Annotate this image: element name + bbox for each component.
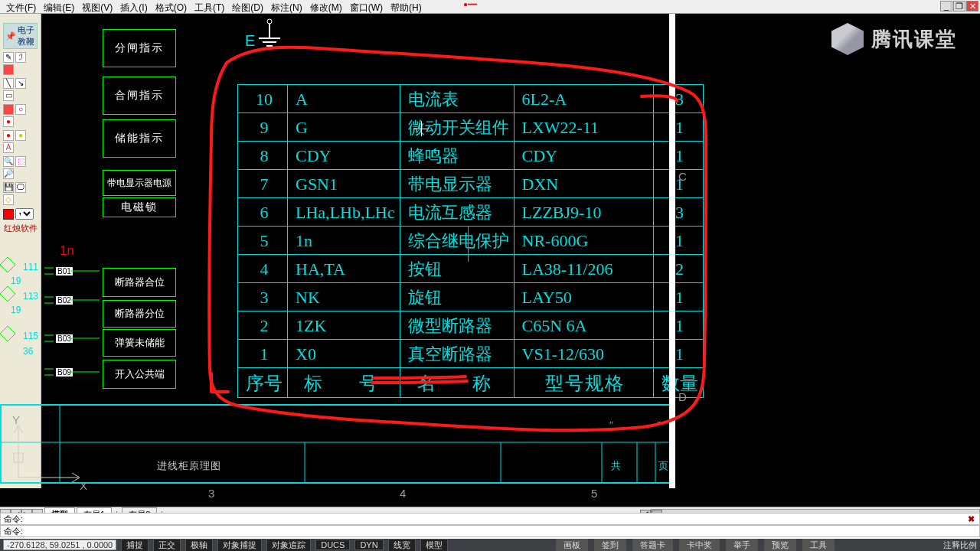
label-box-spring: 弹簧未储能 <box>103 329 176 357</box>
toggle-osnap[interactable]: 对象捕捉 <box>217 539 262 552</box>
toggle-lw[interactable]: 线宽 <box>388 539 416 552</box>
mid-tools[interactable]: 工具 <box>802 539 835 552</box>
cell-model: LAY50 <box>514 283 653 311</box>
status-annoscale[interactable]: 注释比例 <box>943 540 977 551</box>
mid-preview[interactable]: 预览 <box>764 539 796 552</box>
toggle-otrack[interactable]: 对象追踪 <box>266 539 311 552</box>
mid-raise[interactable]: 举手 <box>726 539 758 552</box>
zoom-rect-icon[interactable]: ⬚ <box>15 156 26 167</box>
search-icon[interactable]: 🔍 <box>3 156 14 167</box>
cell-qty: 1 <box>653 113 703 142</box>
menu-modify[interactable]: 修改(M) <box>307 1 345 12</box>
titleblock-caption: 进线柜原理图 <box>157 459 221 473</box>
mid-prize[interactable]: 卡中奖 <box>679 539 720 552</box>
label-box-open: 分闸指示 <box>103 29 176 67</box>
brush-icon[interactable]: ℐ <box>15 52 26 63</box>
cell-name: 蜂鸣器 <box>400 142 514 170</box>
schematic-wires <box>0 253 107 390</box>
restore-button[interactable]: ❐ <box>953 1 965 11</box>
min-button[interactable]: _ <box>940 1 952 11</box>
label-box-brkon: 断路器合位 <box>103 268 176 297</box>
line-icon[interactable]: ╲ <box>3 78 14 89</box>
close-button[interactable]: ✕ <box>966 1 978 11</box>
toolbox-title[interactable]: 📌 电子教鞭 <box>3 23 38 49</box>
fill-circle-red-icon[interactable]: ● <box>3 116 14 127</box>
command-line-2[interactable]: 命令: <box>0 525 980 537</box>
label-box-brkoff: 断路器分位 <box>103 300 176 328</box>
cell-symbol: 1ZK <box>288 311 400 340</box>
color-swatch-row: ▾ <box>0 207 41 221</box>
menu-help[interactable]: 帮助(H) <box>387 1 425 12</box>
cell-name: 电流互感器 <box>400 198 514 227</box>
cell-symbol: HA,TA <box>288 255 400 283</box>
cell-num: 6 <box>238 198 288 227</box>
toggle-snap[interactable]: 捕捉 <box>121 539 149 552</box>
dot-yellow-icon[interactable]: ● <box>15 130 26 141</box>
cell-model: LA38-11/206 <box>514 255 653 283</box>
hdr-symbol: 标 号 <box>288 368 400 398</box>
cell-symbol: GSN1 <box>288 170 400 198</box>
rect-icon[interactable]: ▭ <box>3 90 14 101</box>
menu-edit[interactable]: 编辑(E) <box>41 1 77 12</box>
toggle-dyn[interactable]: DYN <box>354 540 383 550</box>
cell-num: 4 <box>238 255 288 283</box>
toggle-polar[interactable]: 极轴 <box>185 539 213 552</box>
menu-window[interactable]: 窗口(W) <box>347 1 386 12</box>
mid-signin[interactable]: 签到 <box>594 539 626 552</box>
menu-draw[interactable]: 绘图(D) <box>229 1 266 12</box>
menu-tools[interactable]: 工具(T) <box>191 1 227 12</box>
titleblock-gong: 共 <box>611 459 621 473</box>
table-row: 51n综合继电保护NR-600G1 <box>238 227 704 255</box>
fill-rect-icon[interactable] <box>3 104 14 115</box>
circle-icon[interactable]: ○ <box>15 104 26 115</box>
screen-icon[interactable]: 🖵 <box>15 182 26 193</box>
toggle-ortho[interactable]: 正交 <box>153 539 181 552</box>
cmd-close-1-icon[interactable]: ✖ <box>965 514 976 524</box>
menu-format[interactable]: 格式(O) <box>152 1 190 12</box>
mid-board[interactable]: 画板 <box>556 539 588 552</box>
menu-insert[interactable]: 插入(I) <box>117 1 150 12</box>
cell-num: 2 <box>238 311 288 340</box>
table-row: 21ZK微型断路器C65N 6A1 <box>238 311 704 340</box>
tool-row-6: 💾 🖵 ◇ <box>0 181 41 207</box>
magnify-icon[interactable]: 🔎 <box>3 168 14 179</box>
tool-row-4: ● ● A <box>0 129 41 155</box>
command-line-1[interactable]: 命令: ✖ <box>0 513 980 525</box>
cell-name: 综合继电保护 <box>400 227 514 255</box>
viewport-separator <box>669 14 675 488</box>
pencil-icon[interactable]: ✎ <box>3 52 14 63</box>
cell-symbol: 1n <box>288 227 400 255</box>
menu-view[interactable]: 视图(V) <box>79 1 116 12</box>
toolbox-footer: 红烛软件 <box>0 221 41 236</box>
mid-answer[interactable]: 答题卡 <box>632 539 673 552</box>
menu-dim[interactable]: 标注(N) <box>268 1 305 12</box>
color-dropdown[interactable]: ▾ <box>15 208 34 220</box>
save-icon[interactable]: 💾 <box>3 182 14 193</box>
cell-qty: 3 <box>653 198 703 227</box>
toggle-ducs[interactable]: DUCS <box>315 540 350 550</box>
axis-x-label: X <box>80 479 87 492</box>
dot-red-icon[interactable]: ● <box>3 130 14 141</box>
text-icon[interactable]: A <box>3 142 14 153</box>
cmd-prompt-2: 命令: <box>4 526 23 537</box>
titleblock-ye: 页 <box>658 459 668 473</box>
eraser-icon[interactable] <box>3 64 14 75</box>
toggle-model[interactable]: 模型 <box>420 539 448 552</box>
command-panel: 命令: ✖ 命令: <box>0 513 980 539</box>
axis-letter-c: C <box>678 170 687 183</box>
arrow-icon[interactable]: ↘ <box>15 78 26 89</box>
table-row: 4HA,TA按钮LA38-11/2062 <box>238 255 704 283</box>
window-controls: _ ❐ ✕ <box>940 1 978 11</box>
watermark-text: 腾讯课堂 <box>871 26 957 53</box>
cell-qty: 1 <box>653 227 703 255</box>
watermark-logo-icon <box>831 23 864 55</box>
schematic-e-label: E <box>245 32 255 50</box>
label-box-power: 带电显示器电源 <box>103 170 176 196</box>
cell-qty: 1 <box>653 283 703 311</box>
cell-model: 6L2-A <box>514 85 653 113</box>
color-swatch[interactable] <box>3 209 14 220</box>
cell-name: 带电显示器 <box>400 170 514 198</box>
cell-symbol: X0 <box>288 340 400 368</box>
menu-file[interactable]: 文件(F) <box>3 1 39 12</box>
diamond-icon[interactable]: ◇ <box>3 194 14 205</box>
